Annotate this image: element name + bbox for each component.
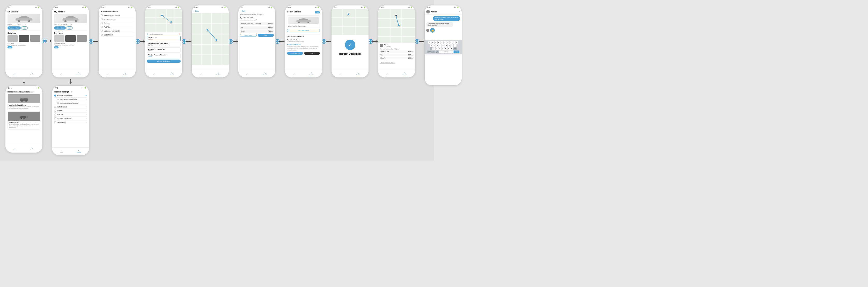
roadside-nav-9[interactable]: 🔧 Roadside bbox=[403, 72, 407, 76]
node-conn-1 bbox=[43, 39, 52, 43]
key-h[interactable]: H bbox=[445, 44, 447, 47]
key-w[interactable]: W bbox=[431, 41, 434, 44]
tow-opt-1[interactable]: Recommended Fix It Max S... 1.1 Miles bbox=[147, 42, 181, 47]
thumbsup-btn[interactable]: 👍 bbox=[430, 28, 435, 33]
key-z[interactable]: Z bbox=[432, 48, 435, 50]
key-mic[interactable]: 🎤 bbox=[436, 51, 439, 53]
problem-item-0[interactable]: Mechanical Problem ▼ bbox=[54, 94, 87, 98]
roadside-nav-8[interactable]: 🔧 Roadside bbox=[356, 72, 361, 76]
more-btn-2[interactable]: Add bbox=[54, 46, 59, 49]
problem-item-7[interactable]: Out of Fuel › bbox=[54, 120, 87, 124]
key-a[interactable]: A bbox=[430, 44, 433, 47]
back-arrow-5[interactable]: ‹ bbox=[193, 10, 194, 12]
key-n[interactable]: N bbox=[447, 48, 450, 50]
s3-item-0[interactable]: Mechanical Problem bbox=[101, 13, 133, 17]
problem-item-5[interactable]: Flat Tire › bbox=[54, 113, 87, 117]
tow-opt-2[interactable]: Windsor Tire 8 Max S... 1.1 Miles bbox=[147, 48, 181, 53]
service-2[interactable] bbox=[19, 35, 29, 42]
key-i[interactable]: I bbox=[450, 41, 452, 44]
key-d[interactable]: D bbox=[436, 44, 439, 47]
cancel-btn-9[interactable]: Cancel Roadside service bbox=[380, 62, 396, 63]
add-comments-title-7[interactable]: + Add comments bbox=[287, 44, 320, 45]
problem-item-4[interactable]: Battery › bbox=[54, 109, 87, 113]
key-k[interactable]: K bbox=[451, 44, 454, 47]
key-o[interactable]: O bbox=[453, 41, 455, 44]
problem-item-6[interactable]: Lockout / Locksmith › bbox=[54, 117, 87, 120]
home-nav-8[interactable]: ⌂ Home bbox=[340, 72, 342, 76]
home-nav-lower1[interactable]: ⌂ Home bbox=[13, 147, 16, 150]
key-123[interactable]: 123 bbox=[427, 51, 432, 53]
key-m[interactable]: M bbox=[450, 48, 453, 50]
remove-vehicle-btn[interactable]: Remove vehicle bbox=[7, 26, 21, 30]
key-v[interactable]: V bbox=[441, 48, 444, 50]
key-u[interactable]: U bbox=[446, 41, 449, 44]
home-nav-9[interactable]: ⌂ Home bbox=[386, 72, 389, 76]
key-f[interactable]: F bbox=[439, 44, 441, 47]
problem-item-3[interactable]: Vehicle Stuck › bbox=[54, 105, 87, 109]
s2-2[interactable] bbox=[65, 35, 75, 42]
key-space[interactable]: space bbox=[439, 51, 453, 53]
s3-item-1[interactable]: Vehicle Stuck bbox=[101, 17, 133, 21]
roadside-nav-3[interactable]: 🔧 Roadside bbox=[123, 72, 128, 76]
set-destination-btn[interactable]: Set tow destination bbox=[147, 60, 181, 63]
home-nav-6[interactable]: ⌂ Home bbox=[246, 72, 249, 76]
s3-item-5[interactable]: Out of Fuel bbox=[101, 33, 133, 37]
key-r[interactable]: R bbox=[438, 41, 440, 44]
roadside-nav-5[interactable]: 🔧 Roadside bbox=[216, 72, 221, 76]
roadside-nav-4[interactable]: 🔧 Roadside bbox=[170, 72, 174, 76]
roadside-nav-6[interactable]: 🔧 Roadside bbox=[263, 72, 267, 76]
roadside-nav-lower1[interactable]: 🔧 Roadside bbox=[30, 147, 34, 150]
roadside-nav-1[interactable]: 🔧 Roadside bbox=[30, 72, 34, 76]
tow-search-input[interactable] bbox=[150, 33, 178, 35]
home-nav-4[interactable]: ⌂ Home bbox=[153, 72, 156, 76]
roadside-nav-2[interactable]: 🔧 Roadside bbox=[76, 72, 81, 76]
next-btn-7[interactable]: Next bbox=[304, 52, 320, 55]
key-y[interactable]: Y bbox=[443, 41, 446, 44]
s3-item-3[interactable]: Flat Tire bbox=[101, 25, 133, 29]
roadside-nav-7[interactable]: 🔧 Roadside bbox=[310, 72, 314, 76]
key-b[interactable]: B bbox=[444, 48, 447, 50]
home-nav-2[interactable]: ⌂ Home bbox=[60, 72, 63, 76]
s3-item-2[interactable]: Battery bbox=[101, 21, 133, 25]
service-1[interactable] bbox=[7, 35, 18, 42]
home-nav-1[interactable]: ⌂ Home bbox=[13, 72, 16, 76]
key-l[interactable]: L bbox=[454, 44, 457, 47]
add-btn-1[interactable]: Add bbox=[22, 26, 28, 30]
service-3[interactable] bbox=[30, 35, 40, 42]
s2-1[interactable] bbox=[54, 35, 64, 42]
key-j[interactable]: J bbox=[448, 44, 451, 47]
vehicle-card-7[interactable]: 2015 Porsche 911 Carrera S bbox=[287, 15, 320, 28]
home-nav-5[interactable]: ⌂ Home bbox=[200, 72, 203, 76]
more-btn[interactable]: more bbox=[7, 46, 12, 49]
home-nav-3[interactable]: ⌂ Home bbox=[106, 72, 110, 76]
key-g[interactable]: G bbox=[442, 44, 444, 47]
key-shift[interactable]: ⇧ bbox=[430, 48, 432, 50]
s3-item-4[interactable]: Lockout / Locksmith bbox=[101, 29, 133, 33]
key-return[interactable]: send bbox=[454, 51, 459, 53]
problem-item-1[interactable]: Possible Engine Problem › bbox=[54, 98, 87, 101]
home-nav-lower2[interactable]: ⌂ Home bbox=[60, 150, 63, 153]
close-chat-icon[interactable]: ✕ bbox=[459, 10, 460, 13]
key-p[interactable]: P bbox=[456, 41, 458, 44]
add-btn-2[interactable]: Add bbox=[66, 26, 73, 30]
submit-request-btn[interactable]: Submit Request bbox=[287, 52, 303, 55]
key-s[interactable]: S bbox=[433, 44, 436, 47]
s2-3[interactable] bbox=[76, 35, 87, 42]
home-nav-7[interactable]: ⌂ Home bbox=[293, 72, 296, 76]
key-e[interactable]: E bbox=[435, 41, 437, 44]
key-x[interactable]: X bbox=[436, 48, 438, 50]
tow-opt-0[interactable]: Windsor Inc 1.1 Miles bbox=[147, 36, 181, 41]
add-vehicle-btn[interactable]: Add a vehicle bbox=[54, 26, 66, 30]
add-new-vehicle-btn[interactable]: Add a new vehicle bbox=[287, 29, 320, 32]
problem-item-2[interactable]: Vehicle was in an Accident › bbox=[54, 101, 87, 105]
back-arrow-6[interactable]: ‹ bbox=[240, 10, 241, 12]
roadside-nav-lower2[interactable]: 🔧 Roadside bbox=[76, 150, 81, 153]
key-emoji[interactable]: ☺ bbox=[432, 51, 435, 53]
tow-opt-3[interactable]: Rivaire Porsche Mansi... Priority bbox=[147, 53, 181, 58]
select-shop-btn[interactable]: Select Shop bbox=[240, 34, 257, 37]
next-btn-6[interactable]: Next bbox=[258, 34, 274, 37]
key-c[interactable]: C bbox=[438, 48, 441, 50]
key-del[interactable]: ⌫ bbox=[454, 48, 457, 50]
key-t[interactable]: T bbox=[440, 41, 443, 44]
key-q[interactable]: Q bbox=[428, 41, 431, 44]
